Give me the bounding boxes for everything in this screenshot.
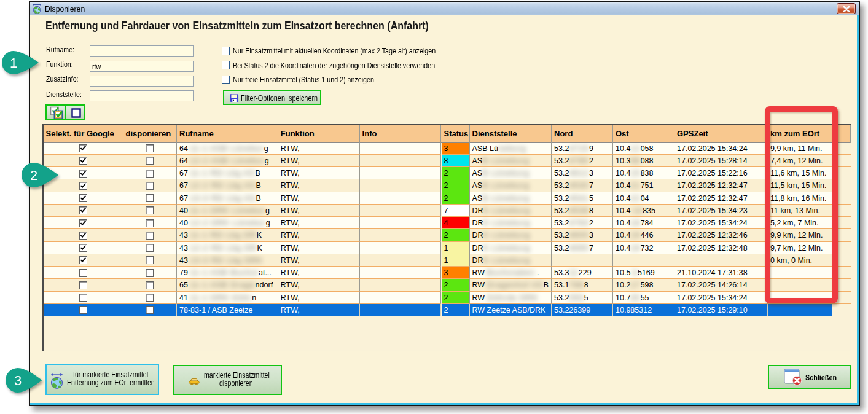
- svg-text:2: 2: [30, 168, 37, 183]
- svg-text:3: 3: [14, 373, 22, 388]
- svg-text:1: 1: [10, 55, 17, 71]
